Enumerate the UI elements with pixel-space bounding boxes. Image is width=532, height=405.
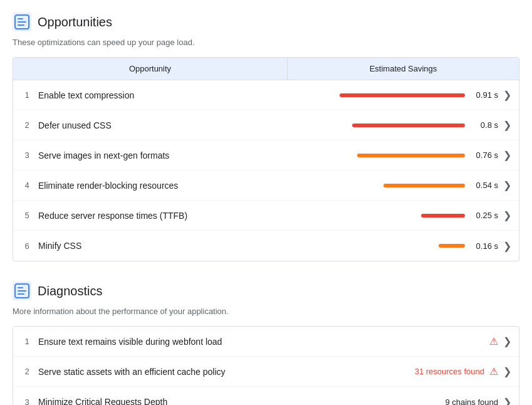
chevron-down-icon[interactable]: ❯ [503, 366, 511, 377]
opportunities-title: Opportunities [38, 15, 112, 29]
opportunities-table: Opportunity Estimated Savings 1 Enable t… [13, 57, 519, 261]
table-row[interactable]: 2 Defer unused CSS 0.8 s ❯ [13, 110, 519, 140]
row-label: Minify CSS [33, 233, 287, 258]
savings-bar-container: 0.16 s [439, 241, 498, 251]
row-savings: 0.25 s ❯ [287, 209, 519, 221]
row-savings: 0.91 s ❯ [287, 89, 519, 101]
diag-row[interactable]: 1 Ensure text remains visible during web… [13, 327, 519, 357]
chevron-down-icon[interactable]: ❯ [503, 396, 511, 406]
chevron-down-icon[interactable]: ❯ [503, 119, 511, 131]
row-label: Eliminate render-blocking resources [33, 173, 287, 198]
diag-right: 31 resources found ⚠ ❯ [394, 366, 519, 377]
savings-bar-container: 0.8 s [352, 120, 498, 130]
savings-bar [340, 93, 465, 97]
diagnostics-table: 1 Ensure text remains visible during web… [13, 326, 519, 405]
col-savings-header: Estimated Savings [287, 58, 519, 80]
table-row[interactable]: 4 Eliminate render-blocking resources 0.… [13, 171, 519, 201]
savings-bar-container: 0.76 s [357, 150, 498, 160]
diag-right: ⚠ ❯ [394, 335, 519, 347]
diagnostics-icon [13, 281, 31, 300]
diagnostics-header: Diagnostics [13, 281, 519, 300]
row-savings: 0.16 s ❯ [287, 240, 519, 252]
row-number: 2 [13, 120, 33, 130]
savings-value: 0.16 s [470, 241, 498, 251]
row-number: 1 [13, 90, 33, 100]
chevron-down-icon[interactable]: ❯ [503, 335, 511, 347]
col-opportunity-header: Opportunity [13, 58, 287, 80]
savings-value: 0.76 s [470, 150, 498, 160]
savings-bar [439, 244, 465, 248]
diag-row[interactable]: 3 Minimize Critical Requests Depth 9 cha… [13, 387, 519, 405]
savings-bar [421, 214, 465, 218]
chevron-down-icon[interactable]: ❯ [503, 240, 511, 252]
diagnostics-rows-container: 1 Ensure text remains visible during web… [13, 327, 519, 405]
diag-label: Minimize Critical Requests Depth [33, 389, 394, 405]
diagnostics-description: More information about the performance o… [13, 307, 519, 316]
diag-right-text: 9 chains found [445, 397, 498, 406]
row-savings: 0.76 s ❯ [287, 149, 519, 161]
row-label: Defer unused CSS [33, 113, 287, 138]
diagnostics-title: Diagnostics [38, 284, 102, 298]
table-row[interactable]: 3 Serve images in next-gen formats 0.76 … [13, 140, 519, 171]
row-number: 4 [13, 181, 33, 190]
diag-label: Serve static assets with an efficient ca… [33, 359, 394, 384]
row-number: 5 [13, 211, 33, 220]
savings-value: 0.25 s [470, 211, 498, 220]
row-number: 2 [13, 367, 33, 376]
row-number: 1 [13, 337, 33, 346]
row-savings: 0.8 s ❯ [287, 119, 519, 131]
savings-value: 0.8 s [470, 120, 498, 130]
table-row[interactable]: 6 Minify CSS 0.16 s ❯ [13, 231, 519, 261]
chevron-down-icon[interactable]: ❯ [503, 89, 511, 101]
chevron-down-icon[interactable]: ❯ [503, 209, 511, 221]
opportunities-header: Opportunities [13, 13, 519, 31]
chevron-down-icon[interactable]: ❯ [503, 179, 511, 191]
diag-right: 9 chains found ❯ [394, 396, 519, 406]
savings-bar-container: 0.54 s [383, 181, 498, 190]
row-savings: 0.54 s ❯ [287, 179, 519, 191]
table-row[interactable]: 5 Reduce server response times (TTFB) 0.… [13, 201, 519, 231]
table-row[interactable]: 1 Enable text compression 0.91 s ❯ [13, 80, 519, 110]
row-number: 3 [13, 150, 33, 160]
opportunities-rows-container: 1 Enable text compression 0.91 s ❯ 2 Def… [13, 80, 519, 261]
savings-value: 0.54 s [470, 181, 498, 190]
diag-label: Ensure text remains visible during webfo… [33, 329, 394, 354]
savings-value: 0.91 s [470, 90, 498, 100]
row-label: Enable text compression [33, 83, 287, 108]
warning-icon: ⚠ [489, 366, 498, 377]
opportunities-description: These optimizations can speed up your pa… [13, 38, 519, 47]
savings-bar-container: 0.25 s [421, 211, 498, 220]
row-number: 3 [13, 397, 33, 406]
row-label: Reduce server response times (TTFB) [33, 203, 287, 228]
savings-bar [383, 184, 465, 187]
savings-bar-container: 0.91 s [340, 90, 498, 100]
warning-icon: ⚠ [489, 335, 498, 347]
diag-right-text: 31 resources found [415, 367, 484, 376]
opportunities-icon [13, 13, 31, 31]
opportunities-table-header: Opportunity Estimated Savings [13, 58, 519, 80]
row-number: 6 [13, 241, 33, 251]
chevron-down-icon[interactable]: ❯ [503, 149, 511, 161]
savings-bar [352, 124, 465, 127]
diag-row[interactable]: 2 Serve static assets with an efficient … [13, 357, 519, 387]
savings-bar [357, 154, 465, 157]
row-label: Serve images in next-gen formats [33, 143, 287, 168]
